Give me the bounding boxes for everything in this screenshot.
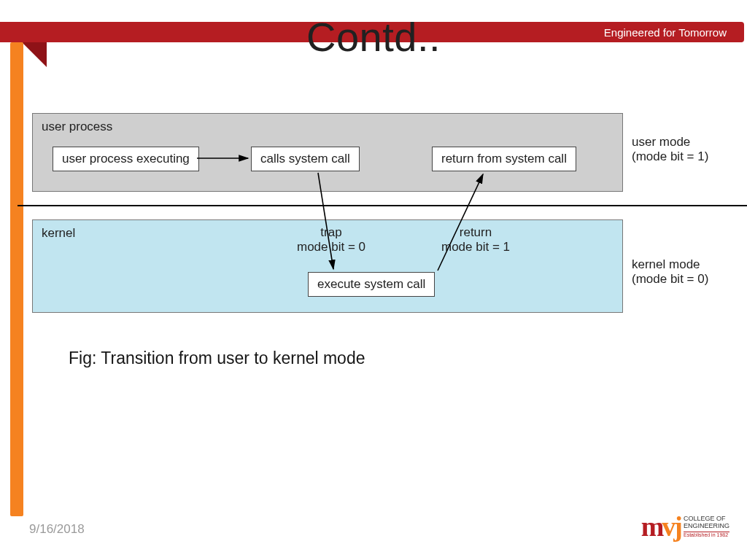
node-user-process-executing: user process executing	[53, 147, 199, 171]
kernel-mode-caption-line1: kernel mode	[632, 257, 700, 271]
trap-annotation: trap mode bit = 0	[287, 225, 375, 254]
node-calls-system-call: calls system call	[251, 147, 360, 171]
mode-divider-line	[18, 205, 747, 206]
kernel-mode-caption-line2: (mode bit = 0)	[632, 272, 708, 286]
user-block-label: user process	[42, 120, 112, 134]
college-logo: mvj COLLEGE OF ENGINEERING Established i…	[641, 510, 729, 542]
trap-line1: trap	[320, 225, 341, 239]
figure-caption: Fig: Transition from user to kernel mode	[69, 349, 365, 368]
kernel-block-label: kernel	[42, 226, 75, 241]
side-bar-decoration	[10, 42, 23, 516]
footer-date: 9/16/2018	[29, 522, 85, 537]
trap-line2: mode bit = 0	[297, 240, 365, 254]
user-mode-caption: user mode (mode bit = 1)	[632, 135, 741, 164]
return-line1: return	[460, 225, 492, 239]
user-mode-caption-line1: user mode	[632, 135, 690, 149]
logo-established: Established in 1982	[684, 532, 729, 537]
return-line2: mode bit = 1	[441, 240, 510, 254]
logo-line2: ENGINEERING	[684, 522, 729, 529]
logo-m: m	[641, 511, 662, 542]
kernel-mode-caption: kernel mode (mode bit = 0)	[632, 257, 741, 287]
slide-title: Contd..	[0, 13, 747, 61]
logo-vj: vj	[662, 511, 681, 542]
diagram-container: user process kernel user process executi…	[32, 113, 737, 332]
user-mode-caption-line2: (mode bit = 1)	[632, 149, 708, 163]
node-execute-system-call: execute system call	[308, 272, 435, 297]
logo-line1: COLLEGE OF	[684, 515, 726, 522]
return-annotation: return mode bit = 1	[432, 225, 519, 254]
node-return-from-system-call: return from system call	[432, 147, 576, 171]
